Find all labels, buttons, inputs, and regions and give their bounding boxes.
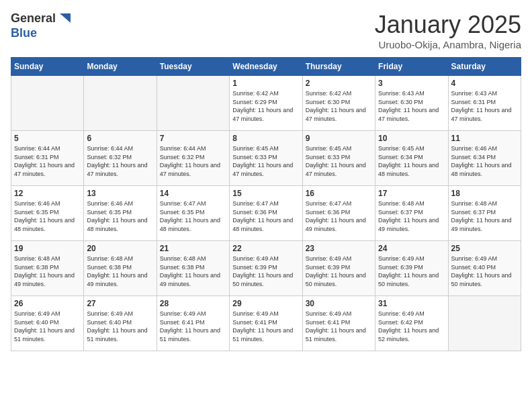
day-info: Sunrise: 6:49 AMSunset: 6:41 PMDaylight:… [160,310,226,343]
day-info: Sunrise: 6:45 AMSunset: 6:33 PMDaylight:… [306,144,372,178]
day-info: Sunrise: 6:46 AMSunset: 6:34 PMDaylight:… [451,144,518,178]
calendar-cell: 27Sunrise: 6:49 AMSunset: 6:40 PMDayligh… [84,296,157,351]
day-number: 13 [87,189,153,198]
calendar-cell: 28Sunrise: 6:49 AMSunset: 6:41 PMDayligh… [157,296,229,351]
day-info: Sunrise: 6:49 AMSunset: 6:41 PMDaylight:… [306,310,372,343]
day-info: Sunrise: 6:46 AMSunset: 6:35 PMDaylight:… [14,199,81,233]
calendar-week-row: 19Sunrise: 6:48 AMSunset: 6:38 PMDayligh… [11,241,521,296]
day-number: 3 [378,79,445,88]
calendar-cell: 11Sunrise: 6:46 AMSunset: 6:34 PMDayligh… [448,131,521,186]
day-number: 28 [160,299,226,308]
day-number: 18 [451,189,518,198]
day-number: 1 [232,79,299,88]
calendar-cell: 24Sunrise: 6:49 AMSunset: 6:39 PMDayligh… [375,241,448,296]
day-info: Sunrise: 6:48 AMSunset: 6:38 PMDaylight:… [14,255,81,288]
day-number: 16 [306,189,372,198]
month-title: January 2025 [375,11,521,39]
day-info: Sunrise: 6:46 AMSunset: 6:35 PMDaylight:… [87,199,153,233]
calendar-cell: 19Sunrise: 6:48 AMSunset: 6:38 PMDayligh… [11,241,84,296]
calendar-cell: 14Sunrise: 6:47 AMSunset: 6:35 PMDayligh… [157,186,229,241]
day-number: 15 [232,189,299,198]
day-number: 30 [306,299,372,308]
header-sunday: Sunday [11,58,84,76]
calendar-cell: 25Sunrise: 6:49 AMSunset: 6:40 PMDayligh… [448,241,521,296]
day-number: 14 [160,189,226,198]
calendar-cell: 21Sunrise: 6:48 AMSunset: 6:38 PMDayligh… [157,241,229,296]
calendar-cell [448,296,521,351]
calendar-cell: 10Sunrise: 6:45 AMSunset: 6:34 PMDayligh… [375,131,448,186]
day-info: Sunrise: 6:49 AMSunset: 6:41 PMDaylight:… [232,310,299,343]
header-monday: Monday [84,58,157,76]
day-number: 8 [232,134,299,143]
day-number: 5 [14,134,81,143]
calendar-cell [157,76,229,131]
day-number: 24 [378,244,445,253]
calendar-cell [84,76,157,131]
day-number: 4 [451,79,518,88]
calendar-cell: 16Sunrise: 6:47 AMSunset: 6:36 PMDayligh… [302,186,375,241]
calendar-week-row: 26Sunrise: 6:49 AMSunset: 6:40 PMDayligh… [11,296,521,351]
day-info: Sunrise: 6:49 AMSunset: 6:40 PMDaylight:… [451,255,518,288]
logo-blue: Blue [11,26,37,40]
day-number: 17 [378,189,445,198]
calendar-week-row: 1Sunrise: 6:42 AMSunset: 6:29 PMDaylight… [11,76,521,131]
day-info: Sunrise: 6:48 AMSunset: 6:37 PMDaylight:… [378,199,445,233]
day-number: 23 [306,244,372,253]
logo-icon [57,11,73,27]
calendar-cell [11,76,84,131]
day-info: Sunrise: 6:47 AMSunset: 6:36 PMDaylight:… [306,199,372,233]
svg-marker-0 [60,13,71,23]
day-info: Sunrise: 6:45 AMSunset: 6:34 PMDaylight:… [378,144,445,178]
calendar-cell: 20Sunrise: 6:48 AMSunset: 6:38 PMDayligh… [84,241,157,296]
calendar-cell: 3Sunrise: 6:43 AMSunset: 6:30 PMDaylight… [375,76,448,131]
day-number: 31 [378,299,445,308]
location-title: Uruobo-Okija, Anambra, Nigeria [375,39,521,50]
day-number: 7 [160,134,226,143]
day-number: 29 [232,299,299,308]
day-info: Sunrise: 6:49 AMSunset: 6:39 PMDaylight:… [378,255,445,288]
page-header: General Blue January 2025 Uruobo-Okija, … [11,11,521,50]
day-number: 25 [451,244,518,253]
day-number: 27 [87,299,153,308]
calendar-cell: 18Sunrise: 6:48 AMSunset: 6:37 PMDayligh… [448,186,521,241]
day-info: Sunrise: 6:42 AMSunset: 6:30 PMDaylight:… [306,89,372,123]
header-friday: Friday [375,58,448,76]
calendar-cell: 31Sunrise: 6:49 AMSunset: 6:42 PMDayligh… [375,296,448,351]
day-number: 9 [306,134,372,143]
calendar-cell: 8Sunrise: 6:45 AMSunset: 6:33 PMDaylight… [230,131,302,186]
calendar-cell: 15Sunrise: 6:47 AMSunset: 6:36 PMDayligh… [230,186,302,241]
day-number: 19 [14,244,81,253]
calendar-week-row: 5Sunrise: 6:44 AMSunset: 6:31 PMDaylight… [11,131,521,186]
calendar-cell: 2Sunrise: 6:42 AMSunset: 6:30 PMDaylight… [302,76,375,131]
day-info: Sunrise: 6:49 AMSunset: 6:40 PMDaylight:… [14,310,81,343]
day-number: 11 [451,134,518,143]
day-info: Sunrise: 6:45 AMSunset: 6:33 PMDaylight:… [232,144,299,178]
day-info: Sunrise: 6:44 AMSunset: 6:31 PMDaylight:… [14,144,81,178]
calendar-cell: 17Sunrise: 6:48 AMSunset: 6:37 PMDayligh… [375,186,448,241]
day-number: 2 [306,79,372,88]
calendar-cell: 23Sunrise: 6:49 AMSunset: 6:39 PMDayligh… [302,241,375,296]
day-number: 20 [87,244,153,253]
day-info: Sunrise: 6:48 AMSunset: 6:37 PMDaylight:… [451,199,518,233]
logo-general: General [11,12,56,26]
day-info: Sunrise: 6:49 AMSunset: 6:39 PMDaylight:… [306,255,372,288]
calendar-cell: 9Sunrise: 6:45 AMSunset: 6:33 PMDaylight… [302,131,375,186]
day-info: Sunrise: 6:49 AMSunset: 6:42 PMDaylight:… [378,310,445,343]
calendar-cell: 4Sunrise: 6:43 AMSunset: 6:31 PMDaylight… [448,76,521,131]
header-wednesday: Wednesday [230,58,302,76]
calendar-week-row: 12Sunrise: 6:46 AMSunset: 6:35 PMDayligh… [11,186,521,241]
calendar-cell: 22Sunrise: 6:49 AMSunset: 6:39 PMDayligh… [230,241,302,296]
day-info: Sunrise: 6:49 AMSunset: 6:40 PMDaylight:… [87,310,153,343]
day-info: Sunrise: 6:48 AMSunset: 6:38 PMDaylight:… [160,255,226,288]
title-block: January 2025 Uruobo-Okija, Anambra, Nige… [375,11,521,50]
header-tuesday: Tuesday [157,58,229,76]
day-number: 22 [232,244,299,253]
calendar-cell: 6Sunrise: 6:44 AMSunset: 6:32 PMDaylight… [84,131,157,186]
calendar-cell: 26Sunrise: 6:49 AMSunset: 6:40 PMDayligh… [11,296,84,351]
calendar-cell: 13Sunrise: 6:46 AMSunset: 6:35 PMDayligh… [84,186,157,241]
day-info: Sunrise: 6:47 AMSunset: 6:35 PMDaylight:… [160,199,226,233]
calendar-cell: 1Sunrise: 6:42 AMSunset: 6:29 PMDaylight… [230,76,302,131]
day-info: Sunrise: 6:42 AMSunset: 6:29 PMDaylight:… [232,89,299,123]
calendar-cell: 12Sunrise: 6:46 AMSunset: 6:35 PMDayligh… [11,186,84,241]
day-info: Sunrise: 6:44 AMSunset: 6:32 PMDaylight:… [87,144,153,178]
